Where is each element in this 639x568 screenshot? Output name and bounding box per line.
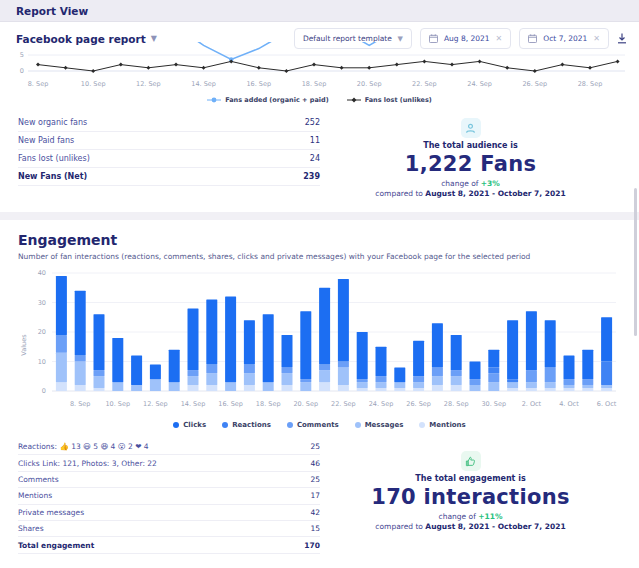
legend-item[interactable]: Mentions bbox=[419, 421, 465, 429]
audience-compared-range: August 8, 2021 - October 7, 2021 bbox=[425, 189, 565, 198]
svg-text:14. Sep: 14. Sep bbox=[181, 400, 206, 408]
fans-line-chart-svg: 508. Sep10. Sep12. Sep14. Sep16. Sep18. … bbox=[0, 42, 639, 92]
svg-text:28. Sep: 28. Sep bbox=[578, 80, 603, 88]
row-value: 170 bbox=[304, 541, 320, 550]
engagement-compared-range: August 8, 2021 - October 7, 2021 bbox=[425, 522, 565, 531]
legend-label: Clicks bbox=[183, 421, 206, 429]
engagement-compared: compared to August 8, 2021 - October 7, … bbox=[320, 522, 621, 531]
engagement-card: Engagement Number of fan interactions (r… bbox=[0, 220, 639, 568]
legend-item[interactable]: Fans added (organic + paid) bbox=[207, 96, 328, 104]
engagement-subtitle: Number of fan interactions (reactions, c… bbox=[18, 252, 621, 261]
legend-label: Messages bbox=[365, 421, 404, 429]
svg-text:2. Oct: 2. Oct bbox=[522, 400, 542, 408]
legend-item[interactable]: Reactions bbox=[222, 421, 271, 429]
section-divider bbox=[0, 212, 639, 220]
svg-text:16. Sep: 16. Sep bbox=[246, 80, 271, 88]
table-row: Shares15 bbox=[18, 521, 320, 537]
svg-text:30: 30 bbox=[38, 299, 46, 307]
svg-text:22. Sep: 22. Sep bbox=[412, 80, 437, 88]
legend-dot-icon bbox=[419, 422, 425, 428]
table-row: Total engagement170 bbox=[18, 537, 320, 553]
circle-marker-icon bbox=[207, 96, 221, 104]
svg-text:26. Sep: 26. Sep bbox=[522, 80, 547, 88]
svg-text:20. Sep: 20. Sep bbox=[293, 400, 318, 408]
svg-text:30. Sep: 30. Sep bbox=[481, 400, 506, 408]
svg-text:18. Sep: 18. Sep bbox=[256, 400, 281, 408]
engagement-change-value: +11% bbox=[478, 512, 502, 521]
svg-text:8. Sep: 8. Sep bbox=[70, 400, 91, 408]
table-row: New Fans (Net)239 bbox=[18, 168, 320, 186]
table-row: Private messages42 bbox=[18, 505, 320, 521]
svg-text:12. Sep: 12. Sep bbox=[136, 80, 161, 88]
legend-label: Comments bbox=[297, 421, 339, 429]
engagement-content-row: Reactions: 👍 13 😃 5 😆 4 😮 2 ❤ 425Clicks … bbox=[18, 437, 621, 554]
fans-table: New organic fans252New Paid fans11Fans l… bbox=[18, 114, 320, 198]
svg-text:20. Sep: 20. Sep bbox=[357, 80, 382, 88]
row-label: Fans lost (unlikes) bbox=[18, 154, 90, 163]
audience-summary: The total audience is 1,222 Fans change … bbox=[320, 114, 621, 198]
legend-dot-icon bbox=[222, 422, 228, 428]
svg-text:14. Sep: 14. Sep bbox=[191, 80, 216, 88]
scrollbar-thumb[interactable] bbox=[634, 188, 637, 336]
table-row: Reactions: 👍 13 😃 5 😆 4 😮 2 ❤ 425 bbox=[18, 439, 320, 455]
engagement-title: Engagement bbox=[18, 232, 621, 248]
svg-text:12. Sep: 12. Sep bbox=[143, 400, 168, 408]
row-value: 239 bbox=[303, 172, 320, 181]
row-label: Clicks Link: 121, Photos: 3, Other: 22 bbox=[18, 459, 157, 468]
page-header: Report View bbox=[0, 0, 639, 22]
row-label: New Fans (Net) bbox=[18, 172, 87, 181]
table-row: New Paid fans11 bbox=[18, 132, 320, 150]
legend-label: Fans lost (unlikes) bbox=[365, 96, 432, 104]
svg-text:0: 0 bbox=[20, 67, 24, 75]
table-row: Mentions17 bbox=[18, 488, 320, 504]
row-value: 25 bbox=[310, 442, 320, 451]
svg-text:28. Sep: 28. Sep bbox=[444, 400, 469, 408]
legend-item[interactable]: Messages bbox=[355, 421, 404, 429]
row-label: Comments bbox=[18, 475, 59, 484]
audience-summary-title: The total audience is bbox=[320, 141, 621, 150]
svg-text:5: 5 bbox=[20, 51, 24, 59]
svg-text:0: 0 bbox=[42, 387, 46, 395]
diamond-marker-icon bbox=[347, 96, 361, 104]
row-value: 42 bbox=[310, 508, 320, 517]
svg-text:10. Sep: 10. Sep bbox=[81, 80, 106, 88]
row-label: Reactions: 👍 13 😃 5 😆 4 😮 2 ❤ 4 bbox=[18, 442, 149, 451]
row-value: 11 bbox=[310, 136, 320, 145]
table-row: Clicks Link: 121, Photos: 3, Other: 2246 bbox=[18, 455, 320, 471]
table-row: Fans lost (unlikes)24 bbox=[18, 150, 320, 168]
svg-text:24. Sep: 24. Sep bbox=[467, 80, 492, 88]
audience-icon bbox=[461, 118, 481, 138]
legend-item[interactable]: Fans lost (unlikes) bbox=[347, 96, 432, 104]
audience-total: 1,222 Fans bbox=[320, 152, 621, 176]
table-row: Comments25 bbox=[18, 472, 320, 488]
engagement-change: change of +11% bbox=[320, 512, 621, 521]
fans-card: 508. Sep10. Sep12. Sep14. Sep16. Sep18. … bbox=[0, 42, 639, 212]
legend-label: Reactions bbox=[232, 421, 271, 429]
row-label: Mentions bbox=[18, 491, 52, 500]
bar-chart-legend: ClicksReactionsCommentsMessagesMentions bbox=[18, 417, 621, 433]
row-label: Shares bbox=[18, 524, 44, 533]
fans-content-row: New organic fans252New Paid fans11Fans l… bbox=[0, 108, 639, 198]
row-label: New organic fans bbox=[18, 118, 87, 127]
svg-text:24. Sep: 24. Sep bbox=[369, 400, 394, 408]
table-row: New organic fans252 bbox=[18, 114, 320, 132]
audience-compared: compared to August 8, 2021 - October 7, … bbox=[320, 189, 621, 198]
svg-text:10. Sep: 10. Sep bbox=[105, 400, 130, 408]
svg-text:8. Sep: 8. Sep bbox=[28, 80, 49, 88]
engagement-bar-chart: 010203040Values8. Sep10. Sep12. Sep14. S… bbox=[18, 265, 621, 417]
engagement-total: 170 interactions bbox=[320, 485, 621, 509]
engagement-summary-title: The total engagement is bbox=[320, 474, 621, 483]
svg-text:Values: Values bbox=[20, 334, 28, 356]
legend-dot-icon bbox=[173, 422, 179, 428]
engagement-summary: The total engagement is 170 interactions… bbox=[320, 439, 621, 554]
legend-item[interactable]: Clicks bbox=[173, 421, 206, 429]
engagement-bar-chart-svg: 010203040Values8. Sep10. Sep12. Sep14. S… bbox=[18, 265, 621, 417]
row-value: 25 bbox=[310, 475, 320, 484]
svg-text:26. Sep: 26. Sep bbox=[406, 400, 431, 408]
legend-item[interactable]: Comments bbox=[287, 421, 339, 429]
row-label: Private messages bbox=[18, 508, 84, 517]
page-title: Report View bbox=[16, 5, 88, 17]
svg-text:20: 20 bbox=[38, 328, 46, 336]
svg-text:18. Sep: 18. Sep bbox=[302, 80, 327, 88]
row-value: 15 bbox=[310, 524, 320, 533]
